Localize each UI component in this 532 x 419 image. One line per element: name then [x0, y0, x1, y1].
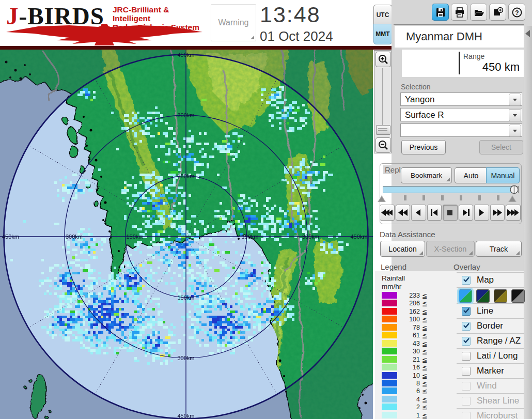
checkbox[interactable]: [462, 322, 471, 331]
product-dropdown-value: Surface R: [405, 110, 444, 120]
legend-unit: mm/hr: [382, 283, 401, 290]
previous-button[interactable]: Previous: [401, 140, 446, 154]
checkbox[interactable]: [462, 352, 471, 361]
stop-button[interactable]: [443, 205, 458, 221]
dropdown-button[interactable]: [509, 94, 521, 106]
legend-row: 100≦: [378, 316, 434, 323]
legend-lte-symbol: ≦: [422, 292, 427, 300]
play-left-button[interactable]: [411, 205, 426, 221]
legend-row: 21≦: [378, 356, 434, 363]
svg-text:150km: 150km: [127, 234, 144, 240]
eagle-icon: [4, 24, 205, 45]
add-image-icon: [492, 7, 504, 18]
overlay-item-map[interactable]: Map: [457, 273, 524, 288]
toolbar: ?: [432, 4, 525, 20]
checkbox[interactable]: [462, 367, 471, 376]
auto-button[interactable]: Auto: [455, 167, 488, 183]
zoom-out-icon: [378, 139, 389, 151]
zoom-out-button[interactable]: [375, 137, 391, 153]
checkbox[interactable]: [462, 412, 471, 419]
legend-swatch: [382, 332, 397, 338]
legend-lte-symbol: ≦: [422, 316, 427, 323]
step-forward-button[interactable]: [459, 205, 474, 221]
svg-text:300km: 300km: [177, 355, 194, 361]
overlay-item-label: Range / AZ: [477, 336, 521, 346]
legend-swatch: [382, 316, 397, 322]
map-style-2[interactable]: [476, 289, 490, 303]
location-button[interactable]: Location: [380, 241, 425, 257]
overlay-item-line[interactable]: Line: [457, 304, 524, 319]
overlay-item-wind: Wind: [457, 379, 524, 394]
legend-swatch: [382, 348, 397, 354]
help-button[interactable]: ?: [508, 4, 525, 21]
extra-dropdown[interactable]: [400, 123, 522, 137]
zoom-slider-handle[interactable]: [376, 125, 390, 135]
save-icon: [435, 7, 446, 18]
forward-2-button[interactable]: [490, 205, 505, 221]
legend-row: 2≦: [378, 404, 434, 411]
timezone-utc-button[interactable]: UTC: [373, 5, 392, 24]
legend-value: 100: [398, 316, 420, 323]
slider-start-marker[interactable]: [378, 195, 386, 202]
checkbox[interactable]: [462, 337, 471, 346]
dropdown-button[interactable]: [509, 109, 521, 121]
selection-label: Selection: [401, 83, 431, 91]
legend-row: 10≦: [378, 372, 434, 379]
map-style-icon: [494, 290, 507, 302]
checkbox[interactable]: [462, 397, 471, 406]
slider-tick: [404, 195, 406, 200]
forward-3-button[interactable]: [506, 205, 521, 221]
zoom-in-button[interactable]: [375, 52, 391, 67]
svg-text:150km: 150km: [177, 173, 194, 179]
radar-map[interactable]: 450km300km150km150km300km450km450km300km…: [0, 50, 373, 419]
svg-text:150km: 150km: [177, 294, 194, 301]
manual-button[interactable]: Manual: [486, 167, 520, 183]
overlay-item-label: Wind: [477, 381, 497, 391]
legend-swatch: [382, 324, 397, 331]
legend-value: 206: [398, 300, 420, 307]
checkbox[interactable]: [462, 307, 471, 316]
add-image-button[interactable]: [489, 4, 506, 21]
map-style-3[interactable]: [494, 289, 507, 303]
overlay-item-border[interactable]: Border: [457, 319, 524, 334]
legend-lte-symbol: ≦: [422, 387, 427, 395]
map-style-1[interactable]: [459, 289, 472, 303]
legend-swatch: [382, 300, 397, 306]
open-folder-icon: [473, 7, 484, 18]
legend-value: 8: [398, 380, 420, 387]
x-section-button[interactable]: X-Section: [426, 241, 475, 257]
save-button[interactable]: [432, 4, 449, 21]
corner-triangle-icon: [516, 251, 520, 255]
overlay-item-marker[interactable]: Marker: [457, 364, 524, 379]
checkbox[interactable]: [462, 276, 471, 285]
warning-button[interactable]: Warning: [211, 4, 256, 41]
overlay-item-range-az[interactable]: Range / AZ: [457, 334, 524, 349]
dropdown-button[interactable]: [509, 125, 521, 137]
overlay-item-label: Microburst: [477, 411, 518, 419]
svg-text:300km: 300km: [302, 234, 319, 240]
slider-end-marker[interactable]: [508, 195, 517, 202]
replay-slider-handle[interactable]: [510, 183, 519, 196]
select-button[interactable]: Select: [479, 140, 523, 154]
svg-text:300km: 300km: [177, 112, 194, 118]
product-dropdown[interactable]: Surface R: [400, 108, 522, 121]
step-forward-icon: [460, 209, 472, 216]
open-folder-button[interactable]: [470, 4, 487, 21]
panel-collapse-strip[interactable]: [524, 26, 532, 419]
print-button[interactable]: [451, 4, 468, 21]
overlay-item-lati-long[interactable]: Lati / Long: [457, 349, 524, 364]
site-dropdown-value: Yangon: [405, 95, 434, 105]
play-right-button[interactable]: [474, 205, 489, 221]
checkbox[interactable]: [462, 382, 471, 391]
timezone-mmt-button[interactable]: MMT: [373, 24, 392, 44]
site-dropdown[interactable]: Yangon: [400, 92, 522, 106]
track-button[interactable]: Track: [476, 241, 522, 257]
rewind-3-button[interactable]: [380, 205, 395, 221]
step-back-button[interactable]: [427, 205, 442, 221]
map-style-4[interactable]: [511, 289, 525, 303]
rewind-2-button[interactable]: [396, 205, 411, 221]
bookmark-button[interactable]: Bookmark: [401, 167, 452, 183]
svg-text:?: ?: [515, 9, 519, 16]
corner-triangle-icon: [469, 251, 473, 255]
map-style-icon: [459, 290, 472, 302]
